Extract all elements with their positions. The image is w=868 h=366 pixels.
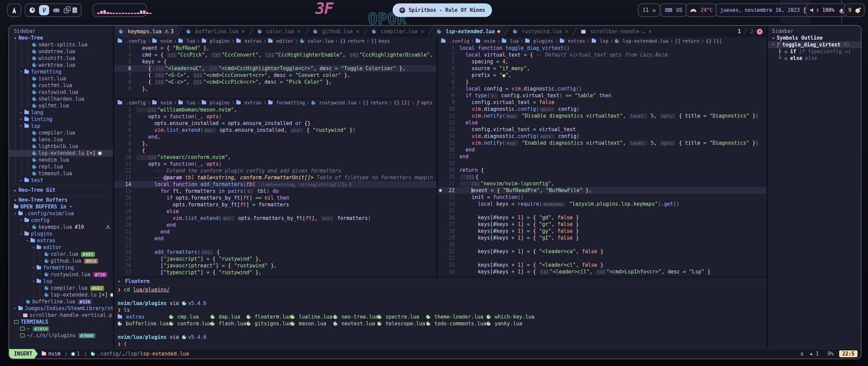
tree-item-undotree-lua[interactable]: │ │ │ undotree.lua <box>9 48 113 55</box>
code-line[interactable]: 5 keys = { <box>114 58 436 65</box>
tab-bufferline.lua[interactable]: bufferline.lua× <box>182 26 249 37</box>
breadcrumb-item[interactable]: lua <box>502 38 518 44</box>
code-line[interactable]: 3 spacing = 4, <box>438 58 767 65</box>
close-icon[interactable]: × <box>565 28 568 35</box>
tree-item-sqlfmt-lua[interactable]: │ │ └ sqlfmt.lua <box>9 102 113 109</box>
breadcrumb-item[interactable]: color.lua <box>300 38 334 44</box>
page-2[interactable]: 2 <box>750 28 753 35</box>
tree-item-lens-lua[interactable]: │ │ │ lens.lua <box>9 136 113 143</box>
code-line[interactable]: 14 local function add_formatters(tbl :ta… <box>114 181 436 188</box>
breadcrumb-item[interactable]: .config <box>118 100 146 105</box>
tab-lsp-extended.lua[interactable]: lsp-extended.lua <box>432 26 505 37</box>
breadcrumb-item[interactable]: rustywind.lua <box>311 100 356 105</box>
volume-widget[interactable]: 100% <box>806 3 847 17</box>
tree-item-keymaps-lua[interactable]: │ └ keymaps.lua#10⚠ <box>9 224 113 230</box>
tree-item-neodim-lua[interactable]: │ │ │ neodim.lua <box>9 157 113 163</box>
tree-item-terminals[interactable]: TERMINALS <box>9 319 113 325</box>
code-line[interactable]: 9 config.virtual_text = false <box>438 99 767 106</box>
breadcrumb-item[interactable]: lua <box>178 100 195 105</box>
code-line[interactable]: 13 config.virtual_text = virtual_text <box>438 126 767 133</box>
code-line[interactable]: 4 cmd = { [1]"CccPick", [2]"CccConvert",… <box>114 52 436 58</box>
neovim-app-icon[interactable]: V <box>39 5 49 15</box>
tab-compiler.lua[interactable]: compiler.lua× <box>367 26 429 37</box>
breadcrumb-item[interactable]: []return <box>675 38 699 44</box>
code-line[interactable]: 15 for ft, formatters in pairs(t: tbl) d… <box>114 188 436 195</box>
code-line[interactable]: 4 source = "if_many", <box>438 65 767 72</box>
code-line[interactable]: 9 { <box>114 147 436 154</box>
tree-item-editor[interactable]: ▾editor <box>9 244 113 251</box>
code-area[interactable]: 3 event = { "BufRead" },4 cmd = { [1]"Cc… <box>114 45 436 92</box>
breadcrumb-item[interactable]: plugins <box>525 38 553 44</box>
breadcrumb-item[interactable]: {}[1] <box>706 38 722 44</box>
code-line[interactable]: 28 keys[#keys + 1] = { "gy", false } <box>438 228 767 235</box>
code-line[interactable]: 27 ["typescript"] = { "rustywind" }, <box>114 269 436 276</box>
tree-item-github-lua[interactable]: │ └ github.lua#654 <box>9 258 113 264</box>
breadcrumb-item[interactable]: extras <box>560 38 585 44</box>
code-line[interactable]: 19 vim.list_extend(dst: opts.formatters_… <box>114 215 436 222</box>
tree-item-smart-splits-lua[interactable]: │ │ │ smart-splits.lua <box>9 41 113 48</box>
tree-item-lsp-extended-lu[interactable]: │ │ │ lsp-extended.lu[+] <box>9 150 113 157</box>
code-line[interactable]: 8 { [1]"<C-c>", [2]"<cmd>CccPick<cr>", d… <box>114 79 436 85</box>
code-line[interactable]: 8 }, <box>114 140 436 147</box>
code-line[interactable]: 24 add_formatters(tbl: { <box>114 249 436 256</box>
tree-item-neo-tree-git[interactable]: ▸Neo-Tree Git <box>9 187 113 194</box>
breadcrumb-item[interactable]: lua <box>178 38 195 44</box>
tree-item-lsp-extended-lu[interactable]: │ └ lsp-extended.lu[+] <box>9 291 113 298</box>
code-line[interactable]: 27 keys[#keys + 1] = { "gr", false } <box>438 221 767 228</box>
tree-item-rustywind-lua[interactable]: │ │ │ rustywind.lua <box>9 89 113 96</box>
code-line[interactable]: 5 prefix = "●", <box>438 72 767 79</box>
breadcrumb-item[interactable]: plugins <box>202 38 230 44</box>
code-line[interactable]: 17 opts.formatters_by_ft[ft] = formatter… <box>114 201 436 208</box>
tree-item-formatting[interactable]: │ ▾formatting <box>9 68 113 75</box>
tree-item-lightbulb-lua[interactable]: │ │ │ lightbulb.lua <box>9 143 113 150</box>
notification-widget[interactable]: 9 <box>844 3 865 17</box>
breadcrumb-item[interactable]: lsp <box>592 38 608 44</box>
code-line[interactable]: 22 event = { "BufReadPre", "BufNewFile" … <box>438 187 767 194</box>
close-all-button[interactable]: × <box>757 29 763 35</box>
code-line[interactable]: 12 else <box>438 119 767 126</box>
code-line[interactable]: 30 <box>438 241 767 248</box>
document-icon[interactable] <box>73 7 77 13</box>
code-line[interactable]: 26 keys[#keys + 1] = { "gd", false } <box>438 214 767 221</box>
tree-item-rustywind-lua[interactable]: │ └ rustywind.lua#726 <box>9 271 113 278</box>
close-icon[interactable]: × <box>356 28 359 35</box>
tree-item-lsp[interactable]: ▾lsp <box>9 278 113 285</box>
breadcrumb-item[interactable]: []return <box>363 100 387 105</box>
tree-item-test[interactable]: │ ▸test <box>9 177 113 184</box>
code-line[interactable]: 7 end, <box>114 134 436 140</box>
close-icon[interactable]: × <box>297 28 300 35</box>
tree-item-worktree-lua[interactable]: │ │ └ worktree.lua <box>9 62 113 68</box>
breadcrumb-item[interactable]: {}[2] <box>394 100 410 105</box>
tree-item-winshift-lua[interactable]: │ │ │ winshift.lua <box>9 55 113 62</box>
outline-item-symbols-outline[interactable]: ▾Symbols Outline <box>768 35 861 41</box>
code-line[interactable]: 22 end <box>114 235 436 242</box>
code-line[interactable]: 10 vim.diagnostic.config(opts: config) <box>438 106 767 113</box>
code-line[interactable]: 8 if type(v: config.virtual_text) == "ta… <box>438 92 767 99</box>
tree-item-formatting[interactable]: ▾formatting <box>9 264 113 271</box>
breadcrumb-item[interactable]: nvim <box>476 38 495 44</box>
tree-item--config-nvim-lua[interactable]: ▾.config/nvim/lua <box>9 210 113 217</box>
code-line[interactable]: 13 ---@param tbl table<string, conform.F… <box>114 174 436 181</box>
code-line[interactable]: 23 init = function() <box>438 194 767 201</box>
code-line[interactable]: 33 keys[#keys + 1] = { "<leader>cl", fal… <box>438 262 767 268</box>
tree-item-bufferline-lua[interactable]: └ bufferline.lua#328 <box>9 298 113 305</box>
code-line[interactable]: 29 keys[#keys + 1] = { "gI", false } <box>438 235 767 241</box>
tree-item-neo-tree[interactable]: ▾Neo-Tree <box>9 35 113 41</box>
tree-item-juegos-indies-steamlibrary-st[interactable]: ▾Juegos/Indies/SteamLibrary/st <box>9 305 113 312</box>
code-line[interactable]: 4 opts = function(_, opts) <box>114 113 436 120</box>
code-line[interactable]: 16 if opts.formatters_by_ft[ft] == nil t… <box>114 195 436 201</box>
breadcrumb-item[interactable]: nvim <box>152 100 172 105</box>
firefox-icon[interactable] <box>29 7 35 13</box>
breadcrumb-item[interactable]: editor <box>268 38 294 44</box>
outline-item-toggle-diag-virtext[interactable]: ▾ƒtoggle_diag_virtextfu <box>768 41 861 48</box>
editor-pane-rustywind[interactable]: .config❯nvim❯lua❯plugins❯extras❯formatti… <box>114 98 436 277</box>
tab-keymaps.lua[interactable]: keymaps.lua⚠ 3 <box>114 26 178 37</box>
code-line[interactable]: 21 end <box>114 228 436 235</box>
gamepad-icon[interactable] <box>53 8 60 12</box>
tree-item-repl-lua[interactable]: │ │ │ repl.lua <box>9 163 113 170</box>
date-widget[interactable]: jueves, noviembre 16, 2023 <box>715 3 814 17</box>
tree-item-scrollbar-handle-vertical-p[interactable]: └ scrollbar-handle-vertical.p <box>9 312 113 319</box>
code-line[interactable]: 16 end <box>438 146 767 153</box>
code-line[interactable]: 12 --- Extend the conform plugin config … <box>114 167 436 174</box>
code-line[interactable]: 14 vim.diagnostic.config(opts: config) <box>438 133 767 140</box>
